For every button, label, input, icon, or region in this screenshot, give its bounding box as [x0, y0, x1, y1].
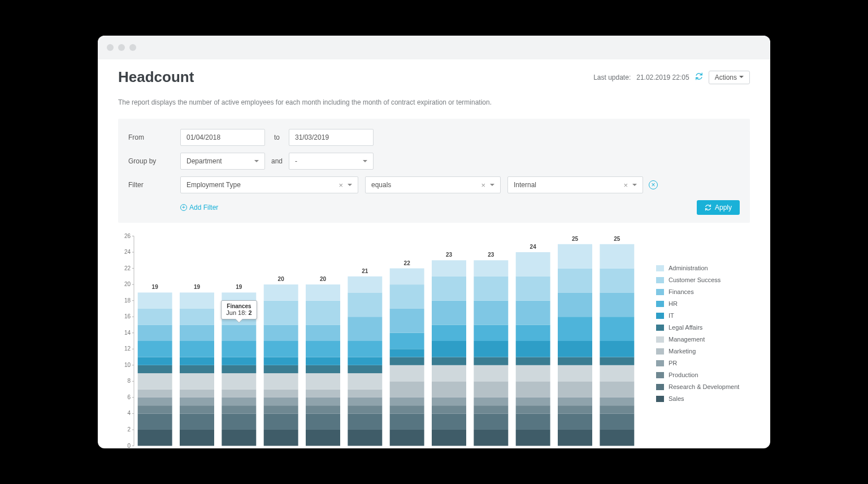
bar-segment[interactable] — [600, 381, 634, 397]
legend-item[interactable]: Marketing — [656, 348, 750, 355]
bar-segment[interactable] — [432, 301, 466, 325]
bar-segment[interactable] — [516, 301, 550, 325]
bar-segment[interactable] — [390, 430, 424, 446]
bar-segment[interactable] — [264, 357, 298, 365]
bar-segment[interactable] — [222, 341, 256, 357]
bar-segment[interactable] — [516, 357, 550, 365]
legend-item[interactable]: Management — [656, 336, 750, 343]
bar-segment[interactable] — [600, 405, 634, 413]
bar-segment[interactable] — [390, 349, 424, 357]
bar-segment[interactable] — [222, 405, 256, 413]
bar-segment[interactable] — [474, 405, 508, 413]
bar-segment[interactable] — [558, 430, 592, 446]
bar-segment[interactable] — [138, 292, 172, 309]
bar-segment[interactable] — [138, 325, 172, 341]
group-by-2-select[interactable]: - — [289, 153, 374, 170]
bar-segment[interactable] — [306, 325, 340, 341]
bar-segment[interactable] — [600, 292, 634, 317]
bar-segment[interactable] — [138, 373, 172, 390]
to-date-input[interactable]: 31/03/2019 — [289, 129, 374, 146]
bar-segment[interactable] — [432, 430, 466, 446]
bar-segment[interactable] — [306, 341, 340, 357]
bar-segment[interactable] — [180, 373, 214, 390]
bar-segment[interactable] — [180, 357, 214, 365]
bar-segment[interactable] — [264, 301, 298, 325]
window-minimize-dot[interactable] — [118, 44, 125, 51]
bar-segment[interactable] — [222, 309, 256, 325]
filter-field-select[interactable]: Employment Type × — [180, 176, 358, 193]
bar-segment[interactable] — [180, 292, 214, 309]
legend-item[interactable]: Finances — [656, 288, 750, 295]
filter-value-select[interactable]: Internal × — [507, 176, 643, 193]
actions-menu-button[interactable]: Actions — [709, 71, 750, 84]
window-zoom-dot[interactable] — [129, 44, 136, 51]
bar-segment[interactable] — [600, 341, 634, 357]
bar-segment[interactable] — [516, 365, 550, 382]
clear-icon[interactable]: × — [481, 182, 485, 189]
legend-item[interactable]: IT — [656, 312, 750, 319]
add-filter-link[interactable]: + Add Filter — [180, 204, 218, 211]
bar-segment[interactable] — [222, 413, 256, 430]
refresh-icon[interactable] — [695, 72, 703, 82]
bar-segment[interactable] — [138, 357, 172, 365]
bar-segment[interactable] — [222, 365, 256, 373]
legend-item[interactable]: Sales — [656, 395, 750, 402]
bar-segment[interactable] — [138, 309, 172, 325]
legend-item[interactable]: Legal Affairs — [656, 324, 750, 331]
bar-segment[interactable] — [390, 357, 424, 365]
bar-segment[interactable] — [558, 381, 592, 397]
bar-segment[interactable] — [432, 357, 466, 365]
bar-segment[interactable] — [474, 365, 508, 382]
bar-segment[interactable] — [600, 317, 634, 341]
bar-segment[interactable] — [348, 405, 382, 413]
bar-segment[interactable] — [180, 430, 214, 446]
bar-segment[interactable] — [306, 430, 340, 446]
bar-segment[interactable] — [180, 397, 214, 405]
bar-segment[interactable] — [306, 373, 340, 390]
bar-segment[interactable] — [558, 244, 592, 269]
from-date-input[interactable]: 01/04/2018 — [180, 129, 265, 146]
bar-segment[interactable] — [306, 397, 340, 405]
bar-segment[interactable] — [558, 357, 592, 365]
legend-item[interactable]: PR — [656, 360, 750, 366]
bar-segment[interactable] — [264, 430, 298, 446]
bar-segment[interactable] — [474, 413, 508, 430]
bar-segment[interactable] — [558, 397, 592, 405]
bar-segment[interactable] — [516, 381, 550, 397]
bar-segment[interactable] — [600, 365, 634, 382]
bar-segment[interactable] — [390, 413, 424, 430]
bar-segment[interactable] — [180, 413, 214, 430]
bar-segment[interactable] — [348, 365, 382, 373]
bar-segment[interactable] — [600, 244, 634, 269]
bar-segment[interactable] — [348, 341, 382, 357]
bar-segment[interactable] — [474, 276, 508, 301]
bar-segment[interactable] — [138, 413, 172, 430]
bar-segment[interactable] — [516, 341, 550, 357]
legend-item[interactable]: HR — [656, 300, 750, 307]
bar-segment[interactable] — [558, 269, 592, 293]
bar-segment[interactable] — [474, 430, 508, 446]
bar-segment[interactable] — [558, 365, 592, 382]
bar-segment[interactable] — [474, 301, 508, 325]
bar-segment[interactable] — [516, 413, 550, 430]
legend-item[interactable]: Research & Development — [656, 383, 750, 390]
group-by-select[interactable]: Department — [180, 153, 265, 170]
bar-segment[interactable] — [474, 381, 508, 397]
bar-segment[interactable] — [306, 357, 340, 365]
bar-segment[interactable] — [264, 413, 298, 430]
bar-segment[interactable] — [180, 325, 214, 341]
bar-segment[interactable] — [138, 397, 172, 405]
bar-segment[interactable] — [264, 397, 298, 405]
bar-segment[interactable] — [264, 365, 298, 373]
bar-segment[interactable] — [390, 333, 424, 349]
bar-segment[interactable] — [516, 325, 550, 341]
bar-segment[interactable] — [600, 430, 634, 446]
bar-segment[interactable] — [222, 357, 256, 365]
remove-filter-icon[interactable]: × — [649, 180, 658, 189]
bar-segment[interactable] — [264, 405, 298, 413]
legend-item[interactable]: Administration — [656, 265, 750, 271]
bar-segment[interactable] — [348, 390, 382, 397]
bar-segment[interactable] — [306, 365, 340, 373]
bar-segment[interactable] — [600, 413, 634, 430]
bar-segment[interactable] — [348, 357, 382, 365]
